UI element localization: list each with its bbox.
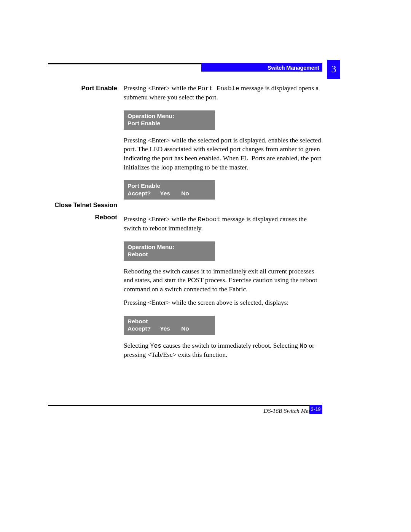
accept-label: Accept? [127, 325, 151, 332]
inline-code: Port Enable [198, 85, 239, 92]
inline-code: Reboot [198, 216, 220, 223]
menu-box-reboot-op: Operation Menu: Reboot [124, 241, 215, 261]
main-column: Pressing <Enter> while the Port Enable m… [124, 84, 322, 366]
text: Selecting [124, 342, 150, 349]
menu-box-port-enable-op: Operation Menu: Port Enable [124, 110, 215, 130]
menu-line: Reboot [127, 318, 211, 325]
port-enable-para-2: Pressing <Enter> while the selected port… [124, 136, 322, 172]
port-enable-para-1: Pressing <Enter> while the Port Enable m… [124, 84, 322, 102]
menu-line: Port Enable [127, 182, 211, 189]
header-section-title: Switch Management [268, 64, 319, 72]
reboot-para-4: Selecting Yes causes the switch to immed… [124, 341, 322, 359]
accept-yes: Yes [160, 190, 176, 197]
footer-rule [48, 405, 322, 406]
menu-box-port-enable-accept: Port Enable Accept?YesNo [124, 180, 215, 200]
accept-yes: Yes [160, 325, 176, 332]
text: Pressing <Enter> while the [124, 215, 198, 223]
accept-no: No [181, 325, 189, 332]
inline-code: No [299, 342, 307, 350]
menu-line-accept: Accept?YesNo [127, 325, 211, 332]
menu-line: Port Enable [127, 120, 211, 127]
reboot-para-1: Pressing <Enter> while the Reboot messag… [124, 215, 322, 233]
reboot-para-3: Pressing <Enter> while the screen above … [124, 298, 322, 307]
header-section-tab: Switch Management [201, 63, 322, 72]
inline-code: Yes [150, 342, 162, 350]
chapter-number-box: 3 [327, 60, 340, 79]
menu-line: Operation Menu: [127, 112, 211, 120]
text: Pressing <Enter> while the [124, 84, 198, 92]
text: causes the switch to immediately reboot.… [161, 342, 299, 349]
footer-chapter-title: DS-16B Switch Menus [264, 407, 317, 415]
menu-line-accept: Accept?YesNo [127, 190, 211, 197]
menu-box-reboot-accept: Reboot Accept?YesNo [124, 316, 215, 335]
page: Switch Management 3 Port Enable Close Te… [0, 0, 411, 532]
side-heading-port-enable: Port Enable [48, 84, 117, 93]
reboot-para-2: Rebooting the switch causes it to immedi… [124, 267, 322, 294]
spacer [124, 206, 322, 211]
footer-page-number: 3-19 [309, 405, 322, 414]
side-heading-close-telnet: Close Telnet Session [48, 201, 117, 209]
menu-line: Reboot [127, 251, 211, 258]
accept-label: Accept? [127, 190, 151, 197]
side-heading-reboot: Reboot [48, 213, 117, 222]
accept-no: No [181, 190, 189, 197]
menu-line: Operation Menu: [127, 243, 211, 251]
